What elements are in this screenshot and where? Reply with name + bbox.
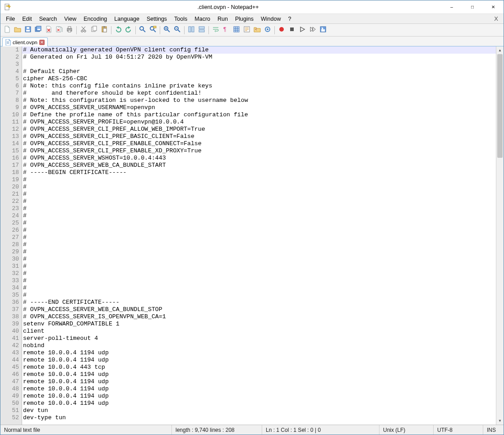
code-line[interactable]: #: [22, 176, 496, 183]
all-chars-button[interactable]: ¶: [221, 25, 231, 35]
code-line[interactable]: #: [22, 220, 496, 227]
zoom-out-button[interactable]: [172, 25, 182, 35]
save-macro-button[interactable]: [318, 25, 328, 35]
code-line[interactable]: #: [22, 284, 496, 292]
code-line[interactable]: remote 10.0.0.4 1194 udp: [22, 349, 496, 357]
code-line[interactable]: # Define the profile name of this partic…: [22, 111, 496, 119]
code-line[interactable]: #: [22, 205, 496, 212]
code-line[interactable]: # Automatically generated OpenVPN client…: [22, 46, 496, 54]
stop-button[interactable]: [287, 25, 297, 35]
code-line[interactable]: remote 10.0.0.4 1194 udp: [22, 357, 496, 364]
menu-macro[interactable]: Macro: [191, 15, 214, 23]
code-line[interactable]: # OVPN_ACCESS_SERVER_IS_OPENVPN_WEB_CA=1: [22, 313, 496, 321]
code-line[interactable]: # -----BEGIN CERTIFICATE-----: [22, 169, 496, 176]
code-line[interactable]: # OVPN_ACCESS_SERVER_CLI_PREF_BASIC_CLIE…: [22, 133, 496, 140]
code-line[interactable]: #: [22, 277, 496, 284]
save-all-button[interactable]: [33, 25, 43, 35]
code-line[interactable]: # OVPN_ACCESS_SERVER_PROFILE=openvpn@10.…: [22, 119, 496, 126]
code-line[interactable]: dev tun: [22, 407, 496, 414]
code-line[interactable]: # OVPN_ACCESS_SERVER_WSHOST=10.0.0.4:443: [22, 155, 496, 162]
code-line[interactable]: remote 10.0.0.4 1194 udp: [22, 371, 496, 378]
code-line[interactable]: # Generated on Fri Jul 10 04:51:27 2020 …: [22, 54, 496, 61]
redo-button[interactable]: [124, 25, 134, 35]
code-editor[interactable]: # Automatically generated OpenVPN client…: [22, 46, 496, 425]
wrap-button[interactable]: [211, 25, 221, 35]
copy-button[interactable]: [89, 25, 99, 35]
menu-language[interactable]: Language: [111, 15, 143, 23]
zoom-in-button[interactable]: [162, 25, 172, 35]
monitor-button[interactable]: [263, 25, 273, 35]
play-button[interactable]: [297, 25, 307, 35]
find-button[interactable]: [138, 25, 148, 35]
code-line[interactable]: #: [22, 198, 496, 205]
menu-tools[interactable]: Tools: [171, 15, 191, 23]
code-line[interactable]: dev-type tun: [22, 414, 496, 421]
code-line[interactable]: #: [22, 183, 496, 191]
doc-dir-button[interactable]: [252, 25, 262, 35]
vertical-scrollbar[interactable]: ▲ ▼: [496, 46, 504, 425]
code-line[interactable]: # Note: this configuration is user-locke…: [22, 97, 496, 104]
code-line[interactable]: # OVPN_ACCESS_SERVER_CLI_PREF_ALLOW_WEB_…: [22, 126, 496, 133]
code-line[interactable]: remote 10.0.0.4 1194 udp: [22, 385, 496, 393]
code-line[interactable]: # OVPN_ACCESS_SERVER_WEB_CA_BUNDLE_STOP: [22, 306, 496, 313]
indent-guide-button[interactable]: [231, 25, 241, 35]
play-multi-button[interactable]: [308, 25, 318, 35]
code-line[interactable]: #: [22, 292, 496, 299]
code-line[interactable]: # Default Cipher: [22, 68, 496, 75]
code-line[interactable]: remote 10.0.0.4 1194 udp: [22, 393, 496, 400]
code-line[interactable]: server-poll-timeout 4: [22, 335, 496, 342]
save-button[interactable]: [23, 25, 33, 35]
code-line[interactable]: # Note: this config file contains inline…: [22, 82, 496, 90]
status-encoding[interactable]: UTF-8: [434, 425, 483, 435]
scroll-track[interactable]: [496, 54, 504, 417]
code-line[interactable]: #: [22, 270, 496, 277]
code-line[interactable]: remote 10.0.0.4 1194 udp: [22, 378, 496, 385]
code-line[interactable]: setenv FORWARD_COMPATIBLE 1: [22, 321, 496, 328]
scroll-up-arrow[interactable]: ▲: [496, 46, 504, 54]
code-line[interactable]: remote 10.0.0.4 1194 udp: [22, 400, 496, 407]
record-button[interactable]: [277, 25, 287, 35]
menu-view[interactable]: View: [60, 15, 80, 23]
code-line[interactable]: #: [22, 263, 496, 270]
menu-search[interactable]: Search: [36, 15, 61, 23]
status-eol[interactable]: Unix (LF): [379, 425, 434, 435]
menu-run[interactable]: Run: [214, 15, 231, 23]
code-line[interactable]: [22, 61, 496, 68]
menu-window[interactable]: Window: [257, 15, 284, 23]
code-line[interactable]: nobind: [22, 342, 496, 349]
menu-settings[interactable]: Settings: [143, 15, 171, 23]
new-file-button[interactable]: [2, 25, 12, 35]
menu-file[interactable]: File: [2, 15, 18, 23]
code-line[interactable]: #: [22, 248, 496, 256]
mdi-close-button[interactable]: X: [490, 15, 502, 22]
code-line[interactable]: remote 10.0.0.4 443 tcp: [22, 364, 496, 371]
close-button[interactable]: ✕: [483, 0, 504, 14]
open-file-button[interactable]: [13, 25, 23, 35]
close-tab-icon[interactable]: ✕: [39, 40, 45, 45]
close-all-button[interactable]: [54, 25, 64, 35]
minimize-button[interactable]: –: [441, 0, 462, 14]
code-line[interactable]: #: [22, 227, 496, 234]
status-insert-mode[interactable]: INS: [483, 425, 504, 435]
scroll-thumb[interactable]: [497, 54, 503, 158]
code-line[interactable]: # OVPN_ACCESS_SERVER_WEB_CA_BUNDLE_START: [22, 162, 496, 169]
code-line[interactable]: #: [22, 256, 496, 263]
undo-button[interactable]: [113, 25, 123, 35]
code-line[interactable]: #: [22, 234, 496, 241]
code-line[interactable]: client: [22, 328, 496, 335]
lang-button[interactable]: [242, 25, 252, 35]
code-line[interactable]: # and therefore should be kept confident…: [22, 90, 496, 97]
menu-encoding[interactable]: Encoding: [80, 15, 111, 23]
code-line[interactable]: cipher AES-256-CBC: [22, 75, 496, 82]
replace-button[interactable]: [148, 25, 158, 35]
tab-client-ovpn[interactable]: client.ovpn ✕: [2, 37, 48, 46]
menu-plugins[interactable]: Plugins: [231, 15, 257, 23]
cut-button[interactable]: [79, 25, 88, 35]
code-line[interactable]: # OVPN_ACCESS_SERVER_CLI_PREF_ENABLE_CON…: [22, 140, 496, 147]
scroll-down-arrow[interactable]: ▼: [496, 417, 504, 425]
code-line[interactable]: #: [22, 212, 496, 220]
sync-v-button[interactable]: [186, 25, 196, 35]
close-button[interactable]: [44, 25, 54, 35]
code-line[interactable]: # -----END CERTIFICATE-----: [22, 299, 496, 306]
code-line[interactable]: # OVPN_ACCESS_SERVER_USERNAME=openvpn: [22, 104, 496, 111]
